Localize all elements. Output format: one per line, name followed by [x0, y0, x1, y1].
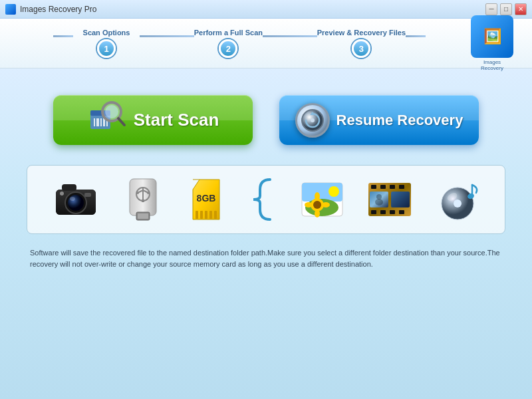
step-1-group: Scan Options 1 — [73, 29, 140, 58]
music-cd-icon-item — [436, 178, 479, 221]
svg-point-40 — [329, 186, 339, 197]
svg-point-20 — [60, 192, 64, 196]
scan-icon — [87, 97, 127, 143]
resume-recovery-label: Resume Recovery — [336, 112, 464, 129]
svg-rect-34 — [209, 211, 212, 219]
svg-text:8GB: 8GB — [197, 193, 216, 203]
camera-icon-item — [53, 180, 99, 219]
svg-point-59 — [375, 199, 383, 205]
svg-rect-4 — [100, 118, 102, 126]
step-2-label: Perform a Full Scan — [194, 29, 263, 37]
svg-rect-19 — [84, 193, 91, 197]
step-3-label: Preview & Recovery Files — [317, 29, 406, 37]
step-1-label: Scan Options — [83, 29, 130, 37]
start-scan-button[interactable]: Start Scan — [53, 95, 253, 145]
svg-point-61 — [454, 200, 462, 207]
svg-point-44 — [315, 209, 320, 217]
footer-description: Software will save the recovered file to… — [27, 247, 505, 269]
wizard-header: Scan Options 1 Perform a Full Scan 2 Pre… — [0, 19, 532, 68]
step-line-1-2 — [140, 35, 194, 37]
app-logo: 🖼️ — [471, 15, 513, 58]
svg-rect-49 — [380, 185, 386, 189]
resume-icon — [295, 103, 330, 138]
action-buttons: Start Scan — [27, 95, 505, 145]
step-line-left — [53, 35, 73, 37]
svg-rect-55 — [399, 210, 404, 214]
step-1-circle: 1 — [97, 39, 116, 58]
icon-strip: 8GB — [27, 165, 505, 234]
close-button[interactable]: ✕ — [515, 3, 527, 15]
main-content: Start Scan — [0, 68, 532, 399]
svg-point-18 — [70, 197, 75, 201]
svg-point-8 — [105, 105, 118, 118]
window-title: Images Recovery Pro — [20, 5, 485, 14]
svg-rect-52 — [371, 210, 376, 214]
photo-icon-item — [301, 180, 344, 219]
svg-rect-51 — [399, 185, 404, 189]
svg-rect-57 — [391, 192, 410, 207]
curly-brace-icon — [250, 176, 277, 223]
svg-rect-30 — [142, 200, 144, 202]
logo-text: Images Recovery — [481, 59, 503, 71]
svg-line-9 — [118, 118, 124, 125]
svg-point-12 — [311, 118, 315, 122]
svg-rect-53 — [380, 210, 386, 214]
title-bar: Images Recovery Pro ─ □ ✕ — [0, 0, 532, 19]
maximize-button[interactable]: □ — [500, 3, 512, 15]
step-3-group: Preview & Recovery Files 3 — [317, 29, 406, 58]
resume-recovery-button[interactable]: Resume Recovery — [279, 95, 479, 145]
svg-point-45 — [305, 202, 313, 207]
minimize-button[interactable]: ─ — [485, 3, 497, 15]
steps-full: Scan Options 1 Perform a Full Scan 2 Pre… — [53, 29, 426, 58]
step-line-2-3 — [263, 35, 317, 37]
svg-rect-23 — [138, 213, 148, 219]
app-icon — [5, 4, 16, 15]
svg-rect-54 — [390, 210, 395, 214]
svg-point-17 — [68, 195, 84, 211]
step-2-group: Perform a Full Scan 2 — [194, 29, 263, 58]
usb-drive-icon-item — [123, 176, 163, 223]
svg-rect-32 — [200, 211, 203, 219]
svg-point-28 — [136, 192, 139, 194]
svg-rect-15 — [62, 184, 76, 191]
sd-card-icon-item: 8GB — [186, 176, 226, 223]
window-controls: ─ □ ✕ — [485, 3, 527, 15]
svg-rect-35 — [214, 211, 217, 219]
start-scan-label: Start Scan — [134, 110, 219, 130]
step-3-circle: 3 — [352, 39, 370, 58]
svg-point-43 — [315, 192, 320, 200]
step-2-circle: 2 — [219, 39, 237, 58]
svg-rect-31 — [196, 211, 198, 219]
svg-point-29 — [147, 192, 150, 194]
step-line-right — [406, 35, 426, 37]
film-strip-icon-item — [367, 180, 412, 219]
svg-rect-2 — [94, 118, 95, 126]
logo-icon: 🖼️ — [483, 28, 501, 45]
svg-point-58 — [376, 194, 382, 200]
svg-rect-50 — [390, 185, 395, 189]
svg-point-42 — [313, 201, 321, 209]
logo-area: 🖼️ Images Recovery — [466, 15, 519, 71]
wizard-steps: Scan Options 1 Perform a Full Scan 2 Pre… — [13, 29, 466, 58]
svg-rect-3 — [96, 118, 99, 126]
svg-rect-48 — [371, 185, 376, 189]
svg-point-46 — [322, 202, 330, 207]
svg-rect-33 — [205, 211, 207, 219]
